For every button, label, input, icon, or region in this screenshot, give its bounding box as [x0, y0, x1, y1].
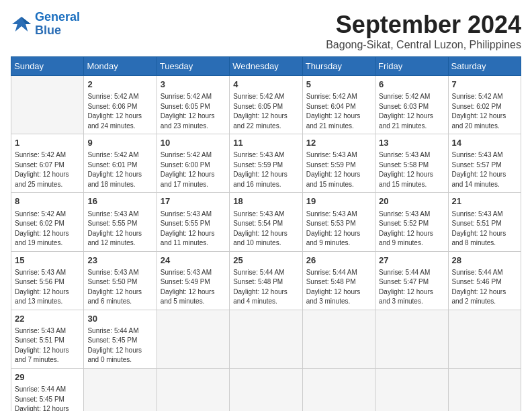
title-block: September 2024 Bagong-Sikat, Central Luz… [326, 11, 521, 51]
day-number: 7 [452, 79, 517, 91]
day-info: Sunrise: 5:42 AMSunset: 6:03 PMDaylight:… [379, 92, 444, 131]
day-info: Sunrise: 5:42 AMSunset: 6:07 PMDaylight:… [15, 150, 80, 189]
day-info: Sunrise: 5:44 AMSunset: 5:47 PMDaylight:… [379, 268, 444, 307]
day-info: Sunrise: 5:44 AMSunset: 5:45 PMDaylight:… [15, 385, 80, 411]
day-info: Sunrise: 5:43 AMSunset: 5:52 PMDaylight:… [379, 210, 444, 248]
day-number: 15 [15, 255, 80, 267]
day-info: Sunrise: 5:44 AMSunset: 5:45 PMDaylight:… [87, 326, 152, 365]
day-number: 8 [15, 195, 80, 208]
day-info: Sunrise: 5:42 AMSunset: 6:04 PMDaylight:… [306, 92, 371, 131]
day-info: Sunrise: 5:42 AMSunset: 6:06 PMDaylight:… [87, 92, 152, 131]
day-info: Sunrise: 5:43 AMSunset: 5:51 PMDaylight:… [452, 210, 517, 248]
calendar-day-cell: 29Sunrise: 5:44 AMSunset: 5:45 PMDayligh… [11, 368, 84, 411]
day-number: 6 [379, 79, 444, 91]
logo-icon [11, 15, 32, 34]
calendar-day-cell: 4Sunrise: 5:42 AMSunset: 6:05 PMDaylight… [230, 76, 302, 134]
weekday-header: Monday [84, 57, 157, 76]
calendar-day-cell: 17Sunrise: 5:43 AMSunset: 5:55 PMDayligh… [157, 193, 229, 251]
calendar-day-cell: 15Sunrise: 5:43 AMSunset: 5:56 PMDayligh… [11, 251, 84, 310]
calendar-day-cell: 3Sunrise: 5:42 AMSunset: 6:05 PMDaylight… [157, 76, 229, 134]
day-info: Sunrise: 5:43 AMSunset: 5:53 PMDaylight:… [306, 210, 371, 248]
day-number: 29 [15, 371, 80, 383]
day-info: Sunrise: 5:43 AMSunset: 5:59 PMDaylight:… [306, 150, 371, 189]
calendar-day-cell [448, 310, 521, 368]
day-info: Sunrise: 5:44 AMSunset: 5:48 PMDaylight:… [306, 268, 371, 307]
calendar-day-cell: 20Sunrise: 5:43 AMSunset: 5:52 PMDayligh… [375, 193, 448, 251]
calendar-week-row: 8Sunrise: 5:42 AMSunset: 6:02 PMDaylight… [11, 193, 521, 251]
day-number: 1 [15, 137, 80, 149]
day-number: 9 [87, 137, 152, 149]
calendar-day-cell [157, 310, 229, 368]
day-number: 3 [161, 79, 226, 91]
calendar-day-cell: 27Sunrise: 5:44 AMSunset: 5:47 PMDayligh… [375, 251, 448, 310]
calendar-day-cell [230, 368, 302, 411]
month-title: September 2024 [326, 11, 521, 39]
day-info: Sunrise: 5:43 AMSunset: 5:58 PMDaylight:… [379, 150, 444, 189]
calendar-day-cell: 25Sunrise: 5:44 AMSunset: 5:48 PMDayligh… [230, 251, 302, 310]
calendar-day-cell: 18Sunrise: 5:43 AMSunset: 5:54 PMDayligh… [230, 193, 302, 251]
day-info: Sunrise: 5:43 AMSunset: 5:56 PMDaylight:… [15, 268, 80, 307]
location: Bagong-Sikat, Central Luzon, Philippines [326, 39, 521, 51]
calendar-week-row: 29Sunrise: 5:44 AMSunset: 5:45 PMDayligh… [11, 368, 521, 411]
day-number: 19 [306, 195, 371, 208]
calendar-day-cell [230, 310, 302, 368]
calendar-day-cell [157, 368, 229, 411]
day-info: Sunrise: 5:42 AMSunset: 6:02 PMDaylight:… [15, 210, 80, 248]
day-info: Sunrise: 5:42 AMSunset: 6:05 PMDaylight:… [161, 92, 226, 131]
calendar-day-cell: 21Sunrise: 5:43 AMSunset: 5:51 PMDayligh… [448, 193, 521, 251]
day-number: 5 [306, 79, 371, 91]
day-number: 18 [233, 195, 298, 208]
day-number: 26 [306, 255, 371, 267]
calendar-week-row: 1Sunrise: 5:42 AMSunset: 6:07 PMDaylight… [11, 134, 521, 193]
day-number: 12 [306, 137, 371, 149]
calendar-day-cell [375, 368, 448, 411]
calendar-day-cell: 19Sunrise: 5:43 AMSunset: 5:53 PMDayligh… [302, 193, 375, 251]
weekday-header: Sunday [11, 57, 84, 76]
calendar-week-row: 2Sunrise: 5:42 AMSunset: 6:06 PMDaylight… [11, 76, 521, 134]
day-info: Sunrise: 5:43 AMSunset: 5:57 PMDaylight:… [452, 150, 517, 189]
day-info: Sunrise: 5:44 AMSunset: 5:48 PMDaylight:… [233, 268, 298, 307]
day-info: Sunrise: 5:43 AMSunset: 5:55 PMDaylight:… [161, 210, 226, 248]
day-info: Sunrise: 5:43 AMSunset: 5:54 PMDaylight:… [233, 210, 298, 248]
calendar-day-cell: 28Sunrise: 5:44 AMSunset: 5:46 PMDayligh… [448, 251, 521, 310]
day-info: Sunrise: 5:42 AMSunset: 6:01 PMDaylight:… [87, 150, 152, 189]
day-number: 20 [379, 195, 444, 208]
calendar-table: SundayMondayTuesdayWednesdayThursdayFrid… [11, 56, 521, 411]
day-number: 28 [452, 255, 517, 267]
calendar-day-cell: 22Sunrise: 5:43 AMSunset: 5:51 PMDayligh… [11, 310, 84, 368]
calendar-week-row: 22Sunrise: 5:43 AMSunset: 5:51 PMDayligh… [11, 310, 521, 368]
weekday-header: Thursday [302, 57, 375, 76]
calendar-day-cell: 11Sunrise: 5:43 AMSunset: 5:59 PMDayligh… [230, 134, 302, 193]
calendar-day-cell: 1Sunrise: 5:42 AMSunset: 6:07 PMDaylight… [11, 134, 84, 193]
day-number: 13 [379, 137, 444, 149]
calendar-day-cell: 7Sunrise: 5:42 AMSunset: 6:02 PMDaylight… [448, 76, 521, 134]
day-number: 14 [452, 137, 517, 149]
calendar-day-cell: 10Sunrise: 5:42 AMSunset: 6:00 PMDayligh… [157, 134, 229, 193]
logo-text: General Blue [35, 11, 80, 38]
day-info: Sunrise: 5:43 AMSunset: 5:59 PMDaylight:… [233, 150, 298, 189]
day-number: 21 [452, 195, 517, 208]
day-number: 30 [87, 313, 152, 325]
day-number: 22 [15, 313, 80, 325]
day-number: 16 [87, 195, 152, 208]
day-info: Sunrise: 5:42 AMSunset: 6:05 PMDaylight:… [233, 92, 298, 131]
day-number: 23 [87, 255, 152, 267]
day-number: 11 [233, 137, 298, 149]
logo: General Blue [11, 11, 80, 38]
calendar-day-cell: 13Sunrise: 5:43 AMSunset: 5:58 PMDayligh… [375, 134, 448, 193]
calendar-header-row: SundayMondayTuesdayWednesdayThursdayFrid… [11, 57, 521, 76]
day-number: 4 [233, 79, 298, 91]
day-info: Sunrise: 5:43 AMSunset: 5:51 PMDaylight:… [15, 326, 80, 365]
calendar-week-row: 15Sunrise: 5:43 AMSunset: 5:56 PMDayligh… [11, 251, 521, 310]
weekday-header: Friday [375, 57, 448, 76]
calendar-day-cell: 14Sunrise: 5:43 AMSunset: 5:57 PMDayligh… [448, 134, 521, 193]
calendar-day-cell: 16Sunrise: 5:43 AMSunset: 5:55 PMDayligh… [84, 193, 157, 251]
calendar-day-cell: 30Sunrise: 5:44 AMSunset: 5:45 PMDayligh… [84, 310, 157, 368]
calendar-day-cell [375, 310, 448, 368]
calendar-day-cell: 23Sunrise: 5:43 AMSunset: 5:50 PMDayligh… [84, 251, 157, 310]
weekday-header: Wednesday [230, 57, 302, 76]
day-number: 24 [161, 255, 226, 267]
calendar-day-cell [84, 368, 157, 411]
day-number: 27 [379, 255, 444, 267]
calendar-day-cell [448, 368, 521, 411]
